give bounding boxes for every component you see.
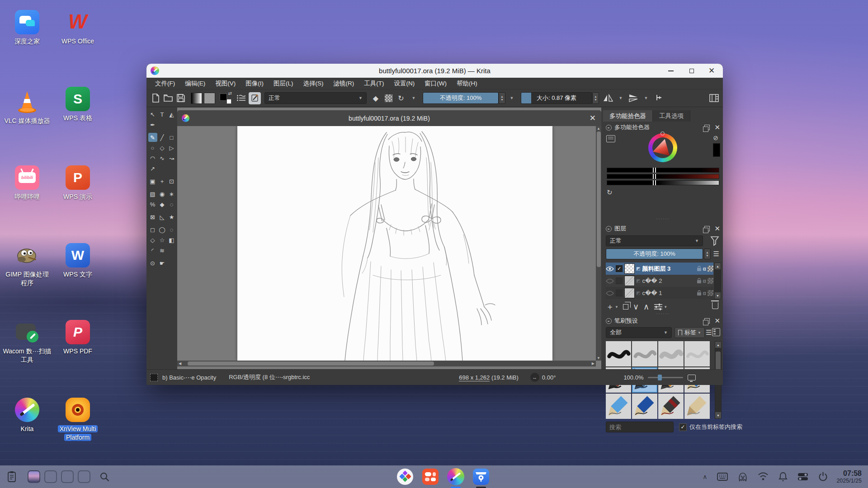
text-tool[interactable]: T (158, 110, 167, 119)
layer-checkbox[interactable] (616, 277, 623, 284)
magic-wand-select-tool[interactable]: ☆ (158, 235, 167, 244)
mascot-tray-icon[interactable] (738, 472, 748, 482)
duplicate-layer-button[interactable] (623, 304, 628, 310)
float-panel-icon[interactable] (704, 318, 710, 324)
workspace-3[interactable] (61, 470, 74, 483)
menu-image[interactable]: 图像(I) (241, 80, 269, 88)
brush-display-mode-icon[interactable] (712, 328, 720, 336)
color-bar-3[interactable] (607, 180, 719, 185)
layer-thumbnail[interactable] (624, 263, 635, 274)
foreground-background-colors[interactable]: ⇄ (220, 92, 231, 104)
desktop-icon-wacom[interactable]: Wacom 数···扫描工具 (3, 320, 52, 364)
desktop-icon-wps-pdf[interactable]: P WPS PDF (53, 320, 102, 356)
brush-size-slider[interactable]: 大小: 0.87 像素 (521, 92, 592, 104)
desktop-icon-vlc[interactable]: VLC 媒体播放器 (3, 89, 52, 125)
menu-view[interactable]: 视图(V) (210, 80, 241, 88)
gradient-chooser[interactable] (191, 93, 202, 104)
menu-select[interactable]: 选择(S) (298, 80, 329, 88)
zoom-slider-thumb[interactable] (658, 375, 662, 380)
current-color-swatch[interactable] (713, 143, 720, 157)
document-titlebar[interactable]: buttlyful00017.ora (19.2 MiB) ✕ (177, 110, 601, 126)
menu-file[interactable]: 文件(F) (150, 80, 180, 88)
zoom-tool[interactable]: ⊙ (148, 258, 157, 267)
inherit-alpha-icon[interactable] (708, 278, 713, 284)
reload-preset-button[interactable]: ↻ (396, 91, 406, 105)
fill-tool[interactable]: ◆ (158, 200, 167, 209)
layer-filter-icon[interactable] (710, 235, 719, 248)
inherit-alpha-icon[interactable] (708, 266, 713, 272)
workspace-4[interactable] (78, 470, 90, 483)
layer-properties-button[interactable]: ▼ (654, 303, 667, 310)
bezier-curve-tool[interactable]: ◠ (148, 154, 157, 163)
color-bar-2[interactable] (607, 174, 719, 179)
zoom-level-value[interactable]: 100.0% (623, 374, 643, 381)
tag-button[interactable]: 标签 ▼ (675, 327, 705, 338)
menu-layer[interactable]: 图层(L) (269, 80, 298, 88)
docker-lock-icon[interactable] (606, 318, 612, 324)
magnetic-select-tool[interactable]: ≋ (158, 246, 167, 255)
desktop-icon-xnview[interactable]: XnView Multi Platform (53, 398, 102, 442)
search-icon[interactable] (99, 472, 109, 482)
enclose-fill-tool[interactable]: ◌ (167, 200, 176, 209)
scroll-down-icon[interactable]: ▼ (597, 356, 600, 360)
close-panel-icon[interactable]: ✕ (714, 123, 720, 131)
scroll-right-icon[interactable]: ▶ (592, 361, 594, 366)
search-scope-checkbox[interactable]: ✓ (679, 423, 687, 431)
float-panel-icon[interactable] (704, 226, 710, 231)
canvas-viewport[interactable] (177, 126, 596, 361)
layer-checkbox[interactable] (616, 290, 623, 296)
menu-edit[interactable]: 编辑(E) (180, 80, 210, 88)
power-icon[interactable] (818, 472, 828, 481)
keyboard-layout-icon[interactable] (717, 473, 728, 481)
brush-tile[interactable] (658, 341, 684, 366)
tab-advanced-color-selector[interactable]: 多功能拾色器 (603, 110, 653, 122)
docker-lock-icon[interactable] (606, 226, 612, 232)
layer-thumbnail[interactable] (624, 276, 635, 286)
color-bar-1[interactable] (607, 168, 719, 173)
add-layer-button[interactable]: ＋▼ (606, 301, 618, 312)
fit-to-screen-icon[interactable] (688, 375, 696, 380)
brush-tile[interactable] (684, 341, 710, 366)
mirror-horizontal-button[interactable] (603, 91, 613, 105)
brush-search-input[interactable] (606, 422, 674, 432)
scroll-down-icon[interactable]: ▼ (715, 292, 721, 299)
select-shapes-tool[interactable]: ↖ (148, 110, 157, 119)
launcher-icon[interactable] (396, 468, 414, 485)
color-wheel[interactable] (648, 133, 677, 162)
dynamic-brush-tool[interactable]: ↝ (167, 154, 176, 163)
layer-list-scrollbar[interactable]: ▲ ▼ (714, 263, 721, 299)
color-history-bars[interactable] (603, 168, 723, 187)
line-tool[interactable]: ╱ (158, 133, 167, 142)
layer-opacity-spinner[interactable]: ▲▼ (704, 249, 711, 259)
brush-tile[interactable] (684, 394, 710, 419)
menu-tools[interactable]: 工具(T) (359, 80, 389, 88)
layer-options-menu-icon[interactable]: ☰ (713, 250, 719, 258)
desktop-icon-krita[interactable]: Krita (3, 398, 52, 433)
zoom-slider[interactable] (648, 377, 683, 378)
freehand-path-tool[interactable]: ∿ (158, 154, 167, 163)
float-panel-icon[interactable] (704, 125, 710, 130)
opacity-slider[interactable]: 不透明度: 100% (423, 92, 499, 104)
assistants-tool[interactable]: ⊠ (148, 212, 157, 221)
horizontal-scrollbar[interactable]: ◀ ▶ (177, 361, 596, 366)
mail-app-icon[interactable] (472, 468, 490, 485)
document-close-icon[interactable]: ✕ (590, 110, 596, 126)
layer-row[interactable]: ✓ ◩ 颜料图层 3 α (606, 263, 713, 275)
colorspace-label[interactable]: RGB/透明度 (8 位⋯-srgbtrc.icc (229, 373, 310, 381)
brush-tile[interactable] (606, 341, 631, 366)
brush-tile[interactable] (606, 394, 631, 419)
crop-tool[interactable]: ⊡ (167, 177, 176, 186)
layer-visible-icon[interactable] (606, 266, 614, 272)
open-document-button[interactable] (163, 91, 174, 105)
no-color-icon[interactable]: ⊘ (713, 134, 718, 141)
layer-blend-mode-dropdown[interactable]: 正常 ▼ (606, 235, 703, 246)
colorize-mask-tool[interactable]: % (148, 200, 157, 209)
new-document-button[interactable] (150, 91, 161, 105)
notifications-bell-icon[interactable] (778, 472, 788, 482)
rect-select-tool[interactable]: ◻ (148, 225, 157, 234)
wifi-icon[interactable] (758, 472, 769, 481)
workspace-chooser-button[interactable] (708, 91, 719, 105)
desktop-icon-wps-writer[interactable]: W WPS 文字 (53, 243, 102, 279)
pan-tool[interactable]: ☛ (158, 258, 167, 267)
layer-name[interactable]: c�� 2 (640, 277, 696, 284)
